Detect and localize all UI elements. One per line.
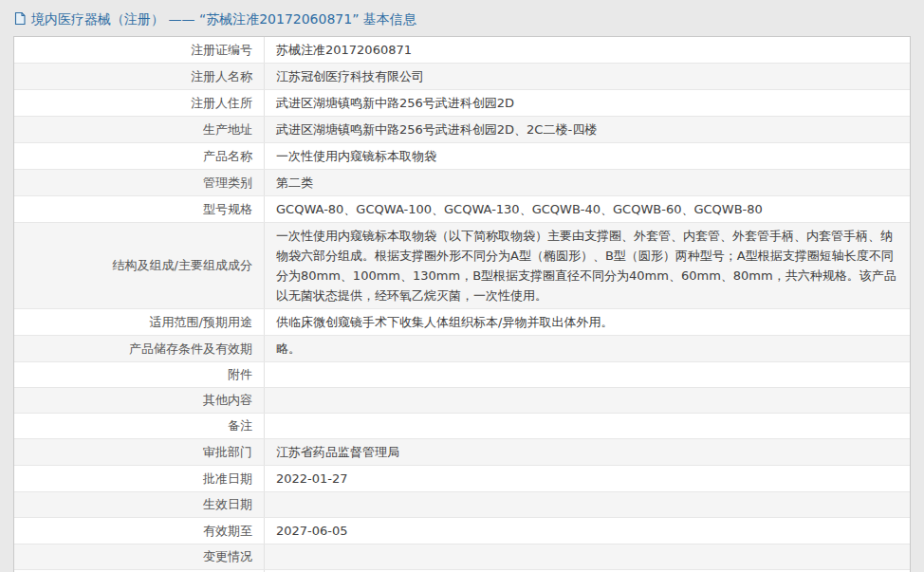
field-label-cell: 适用范围/预期用途 [14, 309, 265, 335]
table-row: 管理类别 第二类 [14, 170, 910, 196]
field-label-cell: 批准日期 [14, 466, 265, 491]
table-row: 审批部门 江苏省药品监督管理局 [14, 439, 910, 466]
field-value-cell: 一次性使用内窥镜标本取物袋（以下简称取物袋）主要由支撑圈、外套管、内套管、外套管… [265, 223, 910, 308]
field-value: GCQWA-80、GCQWA-100、GCQWA-130、GCQWB-40、GC… [276, 199, 763, 219]
field-label: 产品储存条件及有效期 [129, 341, 252, 358]
field-value: 2022-01-27 [276, 469, 348, 489]
field-label-cell: 注册人名称 [14, 64, 265, 89]
field-label: 批准日期 [203, 471, 252, 488]
document-icon [13, 11, 27, 28]
field-value-cell: 江苏省药品监督管理局 [265, 439, 910, 465]
field-label: 结构及组成/主要组成成分 [113, 257, 252, 274]
field-value-cell [265, 414, 910, 438]
field-label-cell: 生产地址 [14, 117, 265, 142]
table-row: 附件 [14, 362, 910, 388]
field-value: 第二类 [276, 173, 313, 193]
table-row: 适用范围/预期用途 供临床微创窥镜手术下收集人体组织标本/异物并取出体外用。 [14, 309, 910, 336]
table-row: 其他内容 [14, 388, 910, 414]
field-value-cell: 江苏冠创医疗科技有限公司 [265, 64, 910, 89]
field-value: 2027-06-05 [276, 521, 348, 541]
field-value-cell: 第二类 [265, 170, 910, 195]
table-row: 注册人住所 武进区湖塘镇鸣新中路256号武进科创园2D [14, 90, 910, 117]
field-label: 注册人名称 [191, 68, 252, 85]
field-value: 一次性使用内窥镜标本取物袋（以下简称取物袋）主要由支撑圈、外套管、内套管、外套管… [276, 226, 898, 305]
field-label: 型号规格 [203, 201, 252, 218]
info-table: 注册证编号 苏械注准20172060871 注册人名称 江苏冠创医疗科技有限公司… [13, 36, 911, 572]
field-value-cell: 武进区湖塘镇鸣新中路256号武进科创园2D [265, 90, 910, 116]
table-row: 注册人名称 江苏冠创医疗科技有限公司 [14, 64, 910, 90]
table-row: 型号规格 GCQWA-80、GCQWA-100、GCQWA-130、GCQWB-… [14, 196, 910, 223]
page-title: 境内医疗器械（注册） —— “苏械注准20172060871” 基本信息 [31, 11, 416, 28]
table-row: 备注 [14, 414, 910, 439]
field-label-cell: 注册人住所 [14, 90, 265, 116]
field-label: 附件 [228, 366, 252, 383]
field-value-cell [265, 544, 910, 569]
field-value-cell [265, 492, 910, 517]
field-value: 江苏冠创医疗科技有限公司 [276, 66, 424, 86]
field-value-cell: 2027-06-05 [265, 518, 910, 544]
field-label: 其他内容 [203, 392, 252, 409]
field-label: 变更情况 [203, 548, 252, 565]
field-value: 江苏省药品监督管理局 [276, 442, 399, 462]
field-label: 注册人住所 [191, 95, 252, 112]
table-row: 批准日期 2022-01-27 [14, 466, 910, 492]
table-row: 产品名称 一次性使用内窥镜标本取物袋 [14, 143, 910, 170]
table-row: 生效日期 [14, 492, 910, 518]
field-label-cell: 产品名称 [14, 143, 265, 169]
field-value: 苏械注准20172060871 [276, 40, 412, 60]
field-value: 武进区湖塘镇鸣新中路256号武进科创园2D、2C二楼-四楼 [276, 120, 597, 139]
field-label-cell: 管理类别 [14, 170, 265, 195]
field-label: 管理类别 [203, 175, 252, 192]
field-label: 注册证编号 [191, 42, 252, 59]
field-label-cell: 产品储存条件及有效期 [14, 336, 265, 361]
field-value-cell: 供临床微创窥镜手术下收集人体组织标本/异物并取出体外用。 [265, 309, 910, 335]
table-row: 有效期至 2027-06-05 [14, 518, 910, 544]
table-row: 注册证编号 苏械注准20172060871 [14, 37, 910, 64]
field-value: 一次性使用内窥镜标本取物袋 [276, 146, 436, 166]
field-value-cell: 略。 [265, 336, 910, 361]
field-label: 产品名称 [203, 148, 252, 165]
table-row: 生产地址 武进区湖塘镇鸣新中路256号武进科创园2D、2C二楼-四楼 [14, 117, 910, 143]
field-value-cell: 苏械注准20172060871 [265, 37, 910, 63]
field-value-cell: GCQWA-80、GCQWA-100、GCQWA-130、GCQWB-40、GC… [265, 196, 910, 222]
field-value: 供临床微创窥镜手术下收集人体组织标本/异物并取出体外用。 [276, 312, 613, 332]
table-row: 产品储存条件及有效期 略。 [14, 336, 910, 362]
field-label: 生效日期 [203, 496, 252, 513]
field-value: 武进区湖塘镇鸣新中路256号武进科创园2D [276, 93, 514, 113]
field-label-cell: 有效期至 [14, 518, 265, 544]
field-label-cell: 其他内容 [14, 388, 265, 413]
field-label-cell: 生效日期 [14, 492, 265, 517]
field-value: 略。 [276, 339, 301, 359]
field-value-cell: 武进区湖塘镇鸣新中路256号武进科创园2D、2C二楼-四楼 [265, 117, 910, 142]
field-value-cell [265, 362, 910, 387]
field-label-cell: 备注 [14, 414, 265, 438]
field-label: 适用范围/预期用途 [150, 314, 252, 331]
field-label: 审批部门 [203, 444, 252, 461]
field-label-cell: 审批部门 [14, 439, 265, 465]
table-row: 变更情况 [14, 544, 910, 570]
field-label-cell: 结构及组成/主要组成成分 [14, 223, 265, 308]
field-value-cell: 一次性使用内窥镜标本取物袋 [265, 143, 910, 169]
field-label: 有效期至 [203, 523, 252, 540]
table-row: 结构及组成/主要组成成分 一次性使用内窥镜标本取物袋（以下简称取物袋）主要由支撑… [14, 223, 910, 309]
field-label: 备注 [228, 417, 252, 434]
field-value-cell [265, 388, 910, 413]
field-label: 生产地址 [203, 121, 252, 138]
field-label-cell: 变更情况 [14, 544, 265, 569]
field-label-cell: 附件 [14, 362, 265, 387]
field-value-cell: 2022-01-27 [265, 466, 910, 491]
field-label-cell: 型号规格 [14, 196, 265, 222]
field-label-cell: 注册证编号 [14, 37, 265, 63]
page-header: 境内医疗器械（注册） —— “苏械注准20172060871” 基本信息 [0, 0, 924, 36]
